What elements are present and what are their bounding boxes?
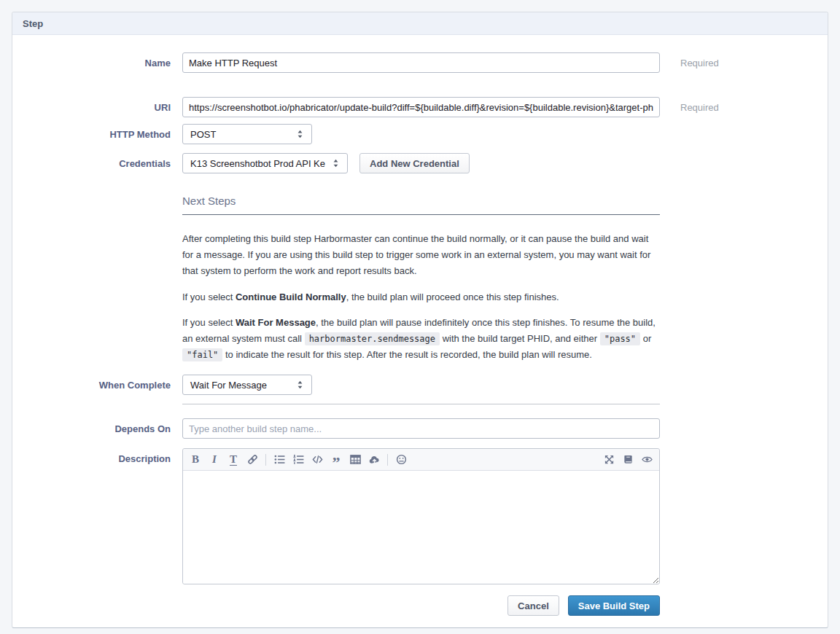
eye-icon: [642, 454, 653, 465]
link-icon: [247, 454, 258, 465]
name-label: Name: [12, 58, 182, 69]
code-block-button[interactable]: [308, 451, 327, 469]
credentials-label: Credentials: [12, 158, 182, 169]
depends-on-input[interactable]: [182, 418, 660, 439]
meme-button[interactable]: [392, 451, 411, 469]
bold-icon: B: [192, 454, 199, 465]
toolbar-separator: [265, 454, 266, 466]
code-block-icon: [312, 454, 323, 465]
link-button[interactable]: [243, 451, 262, 469]
toolbar-separator: [387, 454, 388, 466]
credentials-value: K13 Screenshotbot Prod API Ke: [190, 158, 325, 169]
bulleted-list-icon: [274, 454, 285, 465]
table-icon: [350, 454, 361, 465]
description-textarea[interactable]: [183, 471, 659, 584]
panel-title: Step: [23, 18, 43, 29]
help-button[interactable]: [618, 451, 637, 469]
next-steps-paragraph-3: If you select Wait For Message, the buil…: [182, 315, 660, 363]
bulleted-list-button[interactable]: [270, 451, 289, 469]
http-method-label: HTTP Method: [12, 129, 182, 140]
step-form-panel: Step Name Required URI Required HTTP Met…: [12, 12, 828, 628]
next-steps-paragraph-1: After completing this build step Harborm…: [182, 231, 660, 279]
when-complete-value: Wait For Message: [190, 380, 267, 391]
depends-on-label: Depends On: [12, 423, 182, 434]
http-method-value: POST: [190, 129, 216, 140]
section-divider: [182, 404, 660, 404]
when-complete-label: When Complete: [12, 380, 182, 391]
updown-caret-icon: [295, 129, 305, 139]
smiley-icon: [396, 454, 407, 465]
uri-required-note: Required: [680, 102, 719, 113]
cancel-button[interactable]: Cancel: [508, 595, 559, 616]
preview-button[interactable]: [637, 451, 656, 469]
monospace-button[interactable]: T: [224, 451, 243, 469]
monospace-icon: T: [230, 454, 237, 466]
remarkup-toolbar: B I T: [183, 449, 659, 471]
credentials-select[interactable]: K13 Screenshotbot Prod API Ke: [182, 153, 348, 173]
quote-icon: ”: [332, 453, 341, 466]
name-required-note: Required: [680, 58, 719, 69]
fullscreen-button[interactable]: [599, 451, 618, 469]
when-complete-select[interactable]: Wait For Message: [182, 375, 312, 395]
form-actions: Cancel Save Build Step: [12, 595, 660, 616]
next-steps-heading: Next Steps: [182, 195, 660, 215]
panel-header: Step: [12, 12, 828, 35]
cloud-upload-icon: [369, 454, 380, 465]
upload-file-button[interactable]: [365, 451, 384, 469]
table-button[interactable]: [346, 451, 365, 469]
book-icon: [623, 454, 634, 465]
http-method-select[interactable]: POST: [182, 124, 312, 144]
quote-button[interactable]: ”: [327, 451, 346, 469]
updown-caret-icon: [295, 380, 305, 390]
inline-code: harbormaster.sendmessage: [305, 332, 440, 345]
bold-button[interactable]: B: [186, 451, 205, 469]
numbered-list-icon: [293, 454, 304, 465]
inline-code: "fail": [182, 348, 222, 361]
save-build-step-button[interactable]: Save Build Step: [568, 595, 660, 616]
remarkup-editor: B I T: [182, 448, 660, 584]
updown-caret-icon: [331, 158, 341, 168]
numbered-list-button[interactable]: [289, 451, 308, 469]
description-label: Description: [12, 448, 182, 464]
uri-label: URI: [12, 102, 182, 113]
uri-input[interactable]: [182, 97, 660, 117]
add-new-credential-button[interactable]: Add New Credential: [359, 153, 470, 173]
next-steps-section: Next Steps After completing this build s…: [182, 195, 660, 363]
italic-button[interactable]: I: [205, 451, 224, 469]
next-steps-paragraph-2: If you select Continue Build Normally, t…: [182, 289, 660, 305]
fullscreen-icon: [604, 454, 615, 465]
italic-icon: I: [212, 454, 217, 465]
inline-code: "pass": [600, 332, 640, 345]
name-input[interactable]: [182, 52, 660, 73]
build-step-form: Name Required URI Required HTTP Method P…: [12, 52, 828, 628]
